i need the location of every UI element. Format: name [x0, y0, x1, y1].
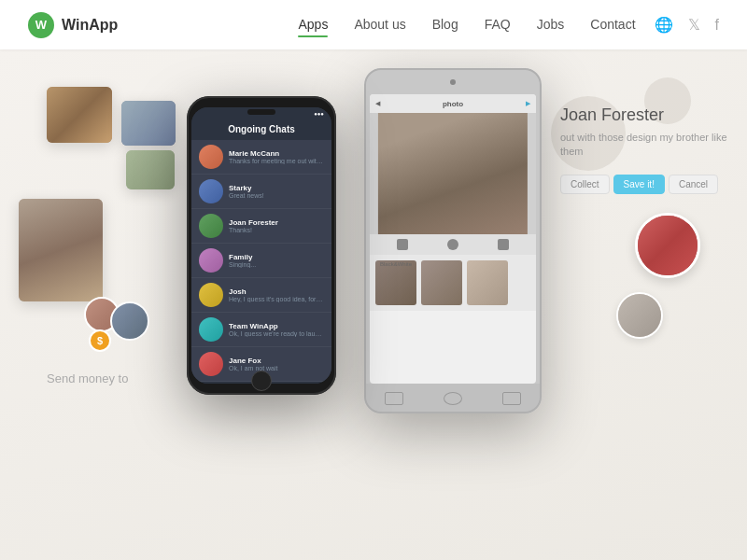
- chat-item-1: Marie McCann Thanks for meeting me out w…: [191, 140, 331, 175]
- phone-header: Ongoing Chats: [191, 120, 331, 140]
- photo-tile-cat: [47, 87, 112, 143]
- phone-home-button[interactable]: [251, 371, 272, 391]
- phone-right: ◀ photo ▶ Black&White: [364, 68, 542, 413]
- logo-text: WinApp: [62, 17, 118, 34]
- chat-avatar-1: [199, 145, 223, 169]
- filter-thumb-2[interactable]: [421, 260, 462, 305]
- girl-photo-content: [19, 199, 103, 301]
- chat-name-2: Starky: [229, 184, 324, 192]
- chats-title: Ongoing Chats: [199, 124, 324, 134]
- edit-tool-rotate[interactable]: [498, 239, 509, 250]
- filter-area: Black&White: [370, 255, 536, 311]
- chat-name-5: Josh: [229, 287, 324, 296]
- photo-edit-people: [378, 113, 528, 234]
- chat-info-2: Starky Great news!: [229, 184, 324, 199]
- chat-msg-4: Singing...: [229, 261, 324, 268]
- nav-apps[interactable]: Apps: [298, 17, 328, 34]
- chat-info-1: Marie McCann Thanks for meeting me out w…: [229, 149, 324, 164]
- chat-name-6: Team WinApp: [229, 322, 324, 330]
- chat-msg-5: Hey, I guess it's good idea, for now...: [229, 296, 324, 302]
- filter-label-1: Black&White: [375, 261, 416, 267]
- photo-tile-girl: [19, 199, 103, 301]
- phone-right-screen: ◀ photo ▶ Black&White: [370, 94, 536, 384]
- nav-about[interactable]: About us: [354, 17, 405, 34]
- android-back-btn[interactable]: [385, 392, 403, 405]
- cancel-button[interactable]: Cancel: [669, 175, 718, 194]
- chat-msg-1: Thanks for meeting me out with those...: [229, 158, 324, 164]
- logo[interactable]: W WinApp: [28, 12, 118, 38]
- avatar-unknown-inner: [618, 294, 661, 337]
- chat-msg-2: Great news!: [229, 192, 324, 199]
- chat-item-2: Starky Great news!: [191, 175, 331, 209]
- edit-tool-crop[interactable]: [397, 239, 408, 250]
- chat-info-6: Team WinApp Ok, I guess we're ready to l…: [229, 322, 324, 337]
- nav-jobs[interactable]: Jobs: [537, 17, 565, 34]
- photo-edit-area: [370, 113, 536, 234]
- chat-msg-3: Thanks!: [229, 227, 324, 233]
- facebook-icon[interactable]: f: [715, 17, 719, 34]
- person-name: Joan Forester: [560, 105, 728, 125]
- phone-right-bottom-bar: [364, 384, 542, 413]
- chat-info-5: Josh Hey, I guess it's good idea, for no…: [229, 287, 324, 302]
- nav-blog[interactable]: Blog: [432, 17, 458, 34]
- avatar-small-2: [110, 301, 149, 341]
- avatar-joan-inner: [638, 216, 698, 275]
- chat-item-6: Team WinApp Ok, I guess we're ready to l…: [191, 313, 331, 347]
- phones-container: ●●● Ongoing Chats Marie McCann Thanks fo…: [168, 68, 542, 553]
- chat-item-3: Joan Forester Thanks!: [191, 209, 331, 244]
- filter-thumb-3[interactable]: [467, 260, 508, 305]
- chat-avatar-3: [199, 214, 223, 238]
- chat-name-1: Marie McCann: [229, 149, 324, 158]
- chat-list: Marie McCann Thanks for meeting me out w…: [191, 140, 331, 382]
- chat-info-4: Family Singing...: [229, 253, 324, 268]
- chat-name-7: Jane Fox: [229, 357, 324, 365]
- action-buttons: Collect Save it! Cancel: [560, 175, 728, 194]
- money-badge: $: [89, 329, 111, 352]
- main-content: $ Send money to ●●● Ongoing Chats Marie: [0, 49, 747, 560]
- chat-info-7: Jane Fox Ok, I am not wait: [229, 357, 324, 371]
- phone-left-screen: ●●● Ongoing Chats Marie McCann Thanks fo…: [191, 107, 331, 384]
- android-menu-btn[interactable]: [502, 392, 521, 405]
- header: W WinApp Apps About us Blog FAQ Jobs Con…: [0, 0, 747, 49]
- chat-info-3: Joan Forester Thanks!: [229, 218, 324, 233]
- android-home-btn[interactable]: [444, 392, 462, 405]
- nav-faq[interactable]: FAQ: [485, 17, 511, 34]
- avatar-unknown-small: [616, 292, 663, 339]
- edit-tool-brush[interactable]: [447, 239, 458, 250]
- avatar-joan-large: [635, 213, 700, 278]
- chat-msg-6: Ok, I guess we're ready to launch fo...: [229, 330, 324, 337]
- chat-item-4: Family Singing...: [191, 244, 331, 278]
- chat-avatar-6: [199, 317, 223, 342]
- send-money-text: Send money to: [47, 371, 128, 385]
- collect-button[interactable]: Collect: [560, 175, 610, 194]
- social-icons: 🌐 𝕏 f: [655, 16, 719, 34]
- phone-camera: [450, 79, 456, 85]
- chat-avatar-2: [199, 179, 223, 203]
- globe-icon[interactable]: 🌐: [655, 16, 673, 34]
- phone-notch: [247, 109, 275, 115]
- cat-photo-content: [47, 87, 112, 143]
- chat-name-4: Family: [229, 253, 324, 261]
- logo-icon: W: [28, 12, 54, 38]
- phone-right-topbar: ◀ photo ▶: [370, 94, 536, 113]
- chat-avatar-4: [199, 248, 223, 273]
- twitter-icon[interactable]: 𝕏: [688, 16, 700, 34]
- chat-avatar-7: [199, 352, 223, 376]
- chat-item-5: Josh Hey, I guess it's good idea, for no…: [191, 278, 331, 313]
- main-nav: Apps About us Blog FAQ Jobs Contact: [298, 17, 635, 34]
- edit-toolbar: [370, 234, 536, 255]
- chat-avatar-5: [199, 283, 223, 307]
- phone-left: ●●● Ongoing Chats Marie McCann Thanks fo…: [187, 96, 336, 395]
- chat-name-3: Joan Forester: [229, 218, 324, 227]
- photo-label: photo: [443, 100, 463, 108]
- nav-contact[interactable]: Contact: [590, 17, 635, 34]
- save-button[interactable]: Save it!: [613, 175, 665, 194]
- chat-msg-7: Ok, I am not wait: [229, 365, 324, 371]
- filter-thumb-1[interactable]: Black&White: [375, 260, 416, 305]
- floating-right-content: Joan Forester out with those design my b…: [560, 105, 728, 339]
- person-desc: out with those design my brother like th…: [560, 131, 728, 160]
